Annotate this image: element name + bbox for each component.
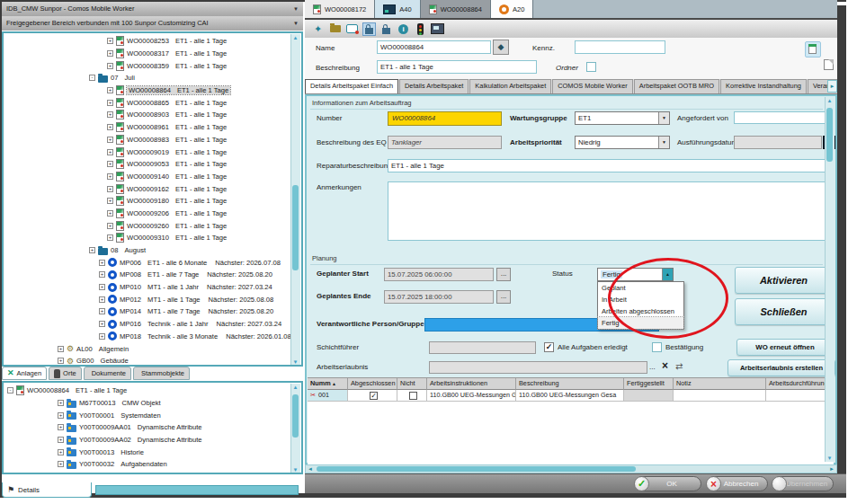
tree-item[interactable]: +MP008ET1 - alle 7 TageNächster: 2025.08…	[4, 269, 301, 281]
expand-icon[interactable]: +	[58, 461, 64, 467]
scrollbar-thumb[interactable]	[317, 466, 636, 472]
lock-icon[interactable]	[362, 22, 376, 36]
tree-item[interactable]: +Y00T00009AA01Dynamische Attribute	[4, 421, 301, 434]
cell-durchfuehrung[interactable]	[766, 390, 833, 402]
detail-tab[interactable]: COMOS Mobile Worker	[552, 79, 632, 93]
detail-tab[interactable]: Arbeitspaket OOTB MRO	[634, 79, 719, 93]
alle-aufgaben-checkbox[interactable]: ✓	[544, 342, 554, 352]
column-header[interactable]: Notiz	[674, 378, 766, 390]
pane-hscrollbar[interactable]: ◄ ►	[305, 464, 837, 473]
tree-item[interactable]: +MP018Technik - alle 3 MonateNächster: 2…	[4, 331, 301, 343]
navigate-to-object-button[interactable]: ◆	[493, 40, 509, 55]
scroll-down-icon[interactable]: ▼	[291, 359, 299, 365]
expand-icon[interactable]: +	[107, 38, 113, 44]
tree-item[interactable]: +WO00008253ET1 - alle 1 Tage	[4, 35, 301, 48]
tab-anlagen[interactable]: ✕Anlagen	[2, 367, 47, 380]
chevron-down-icon[interactable]: ▼	[658, 137, 669, 148]
aktivieren-button[interactable]: Aktivieren	[735, 267, 833, 294]
expand-icon[interactable]: +	[99, 308, 105, 314]
ordner-checkbox[interactable]	[586, 62, 596, 72]
tree-item[interactable]: +WO00009140ET1 - alle 1 Tage	[4, 171, 301, 183]
angefordert-input[interactable]	[734, 111, 833, 124]
scroll-up-icon[interactable]: ▲	[291, 385, 299, 390]
tree-item[interactable]: +Y00T00009AA02Dynamische Attribute	[4, 434, 301, 447]
tree-item[interactable]: +WO00009162ET1 - alle 1 Tage	[4, 182, 301, 195]
expand-icon[interactable]: -	[7, 387, 13, 393]
tree-item[interactable]: +08August	[4, 244, 301, 257]
detail-tab[interactable]: Details Arbeitspaket	[399, 79, 469, 93]
chevron-down-icon[interactable]: ▼	[293, 16, 299, 31]
details-scrollbar[interactable]	[95, 485, 299, 495]
tab-details[interactable]: ⚑ Details	[2, 482, 92, 498]
folder-icon[interactable]	[328, 22, 342, 36]
tree-item[interactable]: +MP014MT1 - alle 7 TageNächster: 2025.08…	[4, 305, 301, 318]
chevron-down-icon[interactable]: ▼	[658, 112, 669, 124]
scroll-up-icon[interactable]: ▲	[291, 35, 299, 40]
tree-item[interactable]: +WO00009206ET1 - alle 1 Tage	[4, 208, 301, 220]
tree-item[interactable]: +WO00008359ET1 - alle 1 Tage	[4, 59, 301, 72]
tab-orte[interactable]: Orte	[49, 367, 82, 380]
scrollbar-thumb[interactable]	[826, 108, 833, 162]
tree-item[interactable]: +Y00T00032Aufgabendaten	[4, 458, 301, 471]
tree-item[interactable]: +WO00009260ET1 - alle 1 Tage	[4, 219, 301, 232]
scrollbar-thumb[interactable]	[292, 185, 299, 270]
column-header[interactable]: Arbeitsdurchführung	[766, 378, 833, 390]
checkbox-checked-icon[interactable]: ✓	[370, 392, 378, 400]
tree-item[interactable]: -07Juli	[4, 72, 301, 84]
cell-nicht[interactable]	[397, 390, 427, 402]
trafficlight-icon[interactable]	[414, 22, 427, 36]
scroll-up-icon[interactable]: ▲	[826, 98, 834, 103]
navigate-icon[interactable]: ✦	[311, 22, 325, 36]
expand-icon[interactable]: +	[58, 400, 64, 406]
expand-icon[interactable]: +	[58, 424, 64, 430]
tree-scrollbar[interactable]: ▲ ▼	[290, 34, 300, 366]
cell-num[interactable]: ✂001	[308, 390, 348, 402]
erlaubnis-browse-button[interactable]: ...	[649, 363, 656, 371]
expand-icon[interactable]: +	[107, 223, 113, 229]
tab-stammobjekte[interactable]: Stammobjekte	[133, 367, 190, 380]
checkbox-icon[interactable]	[409, 392, 417, 400]
tree-item[interactable]: +WO00009310ET1 - alle 1 Tage	[4, 232, 301, 244]
expand-icon[interactable]: +	[58, 358, 64, 364]
abbrechen-button[interactable]: × Abbrechen	[707, 476, 768, 491]
tree-item[interactable]: +WO00008865ET1 - alle 1 Tage	[4, 96, 301, 109]
uebernehmen-button[interactable]: Übernehmen	[772, 476, 834, 491]
tree-item[interactable]: +WO00009053ET1 - alle 1 Tage	[4, 158, 301, 171]
screen-icon[interactable]	[431, 22, 444, 36]
expand-icon[interactable]: +	[107, 198, 113, 204]
ende-browse-button[interactable]: ...	[496, 290, 511, 304]
expand-icon[interactable]: +	[107, 137, 113, 143]
expand-icon[interactable]: +	[99, 296, 105, 303]
doc-tab-wo00008864[interactable]: WO00008864	[421, 0, 491, 18]
reparatur-input[interactable]: ET1 - alle 1 Tage	[388, 159, 833, 172]
geplantes-ende-field[interactable]: 15.07.2025 18:00:00	[384, 290, 494, 304]
detail-tab[interactable]: Kalkulation Arbeitspaket	[469, 79, 551, 93]
table-row[interactable]: ✂001✓110.GB00 UEG-Messungen Gesamta110.G…	[308, 390, 834, 402]
lock-open-icon[interactable]	[379, 22, 393, 36]
arbeitserlaubnis-erstellen-button[interactable]: Arbeitserlaubnis erstellen	[727, 359, 835, 376]
wo-erneut-oeffnen-button[interactable]: WO erneut öffnen	[736, 339, 834, 356]
swap-icon[interactable]: ⇄	[675, 361, 683, 371]
tree-item[interactable]: +MP016Technik - alle 1 JahrNächster: 202…	[4, 318, 301, 331]
chevron-down-icon[interactable]: ▼	[293, 2, 299, 16]
ausfuehrungsdatum-field[interactable]	[734, 136, 822, 149]
prioritaet-select[interactable]: Niedrig▼	[575, 136, 670, 149]
layer-title-bar[interactable]: Freigegebener Bereich verbunden mit 100 …	[2, 16, 303, 31]
geplanter-start-field[interactable]: 15.07.2025 06:00:00	[384, 268, 494, 281]
detail-tab[interactable]: Korrektive Instandhaltung	[720, 79, 807, 93]
tree-item[interactable]: +Y00T00001Systemdaten	[4, 409, 301, 421]
name-input[interactable]: WO00008864	[377, 40, 491, 54]
info-icon[interactable]: i	[397, 22, 410, 36]
note-icon[interactable]	[805, 41, 821, 57]
expand-icon[interactable]: +	[107, 234, 113, 241]
expand-icon[interactable]: +	[99, 271, 105, 278]
schichtfuehrer-field[interactable]	[429, 341, 536, 354]
expand-icon[interactable]: +	[89, 247, 95, 253]
expand-icon[interactable]: +	[99, 284, 105, 290]
expand-icon[interactable]: +	[107, 210, 113, 217]
tree-item[interactable]: +WO00008317ET1 - alle 1 Tage	[4, 48, 301, 60]
tree-item[interactable]: +WO00009019ET1 - alle 1 Tage	[4, 146, 301, 158]
cell-notiz[interactable]	[674, 390, 766, 402]
column-header[interactable]: Nicht	[397, 378, 427, 390]
tree-item[interactable]: +MP012MT1 - alle 1 TageNächster: 2025.08…	[4, 293, 301, 305]
